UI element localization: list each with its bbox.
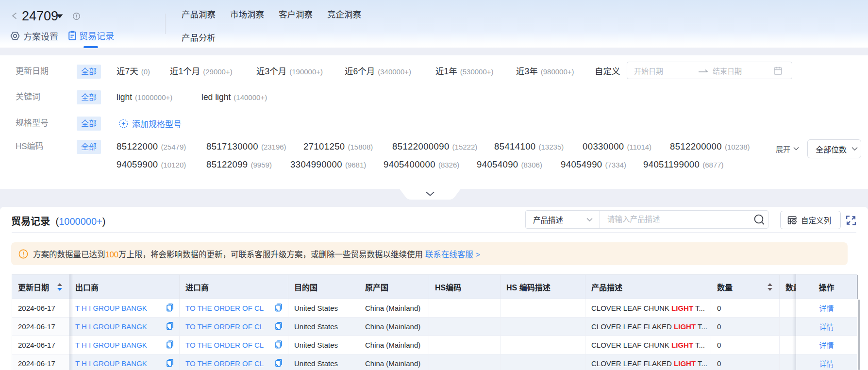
date-start-placeholder[interactable]: 开始日期 — [634, 66, 698, 76]
nav-item-3[interactable]: 竞企洞察 — [327, 8, 361, 20]
filter-hs-option-3[interactable]: 85122000090(15222) — [392, 140, 477, 153]
importer-link[interactable]: TO THE ORDER OF CL — [185, 304, 264, 312]
fixed-left-shadow — [69, 274, 73, 370]
filter-hs-all-chip[interactable]: 全部 — [77, 140, 101, 154]
nav-item-2[interactable]: 客户洞察 — [279, 8, 313, 20]
sort-icon[interactable] — [57, 283, 62, 291]
filter-date-option-2[interactable]: 近3个月(190000+) — [256, 65, 323, 78]
filter-spec-all-chip[interactable]: 全部 — [77, 117, 101, 131]
detail-link[interactable]: 详情 — [819, 321, 834, 332]
table-row-1: 2024-06-17T H I GROUP BANGKTO THE ORDER … — [12, 318, 857, 336]
copy-icon[interactable] — [167, 340, 173, 350]
cell-exporter[interactable]: T H I GROUP BANGK — [69, 299, 180, 317]
importer-link[interactable]: TO THE ORDER OF CL — [185, 359, 264, 368]
filter-hs-option2-2[interactable]: 3304990000(9681) — [290, 158, 366, 171]
detail-link[interactable]: 详情 — [819, 340, 834, 350]
warning-icon — [18, 249, 28, 259]
cell-hs — [429, 318, 501, 336]
filter-date-option-4[interactable]: 近1年(530000+) — [435, 65, 494, 78]
filter-hs-option2-1[interactable]: 85122099(9959) — [206, 158, 272, 171]
copy-icon[interactable] — [275, 322, 282, 332]
date-end-placeholder[interactable]: 结束日期 — [713, 66, 774, 76]
copy-icon[interactable] — [167, 359, 173, 369]
customize-columns-button[interactable]: 自定义列 — [780, 211, 841, 229]
importer-link[interactable]: TO THE ORDER OF CL — [185, 322, 264, 331]
cell-exporter[interactable]: T H I GROUP BANGK — [69, 318, 180, 336]
filter-date-custom[interactable]: 自定义 — [595, 65, 620, 78]
col-header-7: 产品描述 — [585, 275, 711, 299]
filter-hs-option-6[interactable]: 8512200000(10238) — [670, 140, 750, 153]
exporter-link[interactable]: T H I GROUP BANGK — [75, 304, 147, 312]
search-icon[interactable] — [752, 213, 765, 226]
filter-date-option-3[interactable]: 近6个月(340000+) — [345, 65, 411, 78]
filter-keyword-option-0[interactable]: light(1000000+) — [117, 91, 172, 103]
cell-hs-desc — [501, 336, 585, 354]
search-field-select[interactable]: 产品描述 — [526, 211, 600, 228]
filter-hs-option2-0[interactable]: 94059900(10120) — [117, 158, 186, 171]
detail-link[interactable]: 详情 — [819, 303, 834, 313]
cell-exporter[interactable]: T H I GROUP BANGK — [69, 354, 180, 370]
filter-hs-option2-4[interactable]: 94054090(8306) — [477, 158, 542, 171]
back-icon[interactable] — [12, 12, 17, 19]
filter-keyword-all-chip[interactable]: 全部 — [77, 90, 101, 104]
copy-icon[interactable] — [275, 303, 282, 313]
plus-circle-icon — [119, 119, 128, 128]
filter-hs-option-5[interactable]: 00330000(11014) — [583, 140, 651, 153]
hs-digits-select[interactable]: 全部位数 — [807, 139, 861, 158]
filter-hs-option-text: 85122000 — [117, 141, 158, 151]
exporter-link[interactable]: T H I GROUP BANGK — [75, 322, 147, 331]
cell-importer[interactable]: TO THE ORDER OF CL — [180, 336, 288, 354]
records-title: 贸易记录 — [11, 216, 50, 227]
filter-hs-option-1[interactable]: 8517130000(23196) — [206, 140, 286, 153]
hs-expand-toggle[interactable]: 展开 — [776, 142, 799, 155]
filter-hs-option2-5[interactable]: 94054990(7334) — [561, 158, 626, 171]
filter-hs-option2-3[interactable]: 9405400000(8326) — [384, 158, 459, 171]
copy-icon[interactable] — [275, 359, 282, 369]
importer-link[interactable]: TO THE ORDER OF CL — [185, 341, 264, 349]
detail-link[interactable]: 详情 — [819, 358, 834, 369]
filter-hs-option2-count: (8306) — [521, 161, 542, 169]
filter-hs-option2-6[interactable]: 94051199000(6877) — [643, 158, 724, 171]
add-spec-button[interactable]: 添加规格型号 — [119, 117, 182, 130]
nav-item-0[interactable]: 产品洞察 — [182, 8, 216, 20]
copy-icon[interactable] — [275, 340, 282, 350]
copy-icon[interactable] — [167, 322, 173, 332]
exporter-link[interactable]: T H I GROUP BANGK — [75, 341, 147, 349]
cell-exporter[interactable]: T H I GROUP BANGK — [69, 336, 180, 354]
nav-item-product-analysis[interactable]: 产品分析 — [182, 31, 216, 43]
col-header-label: 出口商 — [75, 281, 99, 293]
tab-plan-settings[interactable]: 方案设置 — [10, 30, 58, 42]
scrollbar-thumb[interactable] — [858, 300, 860, 370]
sort-icon[interactable] — [768, 283, 772, 291]
filter-date-option-5[interactable]: 近3年(980000+) — [516, 65, 574, 78]
filter-keyword-option-1[interactable]: led light(140000+) — [201, 91, 267, 103]
caret-down-icon[interactable] — [56, 14, 63, 18]
date-range-picker[interactable]: 开始日期 结束日期 — [627, 62, 792, 79]
nav-item-1[interactable]: 市场洞察 — [230, 8, 264, 20]
filter-date-all-chip[interactable]: 全部 — [77, 65, 101, 79]
filter-date-option-text: 近3个月 — [256, 67, 286, 76]
contact-support-link[interactable]: 联系在线客服 > — [425, 250, 480, 259]
info-icon[interactable] — [73, 13, 80, 20]
cell-importer[interactable]: TO THE ORDER OF CL — [180, 299, 288, 317]
filter-hs-option-0[interactable]: 85122000(25479) — [117, 140, 186, 153]
exporter-link[interactable]: T H I GROUP BANGK — [75, 359, 147, 368]
search-group: 产品描述 — [525, 210, 768, 229]
filter-date-option-1[interactable]: 近1个月(29000+) — [170, 65, 233, 78]
filter-date-option-0[interactable]: 近7天(0) — [117, 65, 150, 78]
records-count[interactable]: (1000000+) — [56, 216, 106, 227]
filter-date-option-text: 近7天 — [117, 67, 138, 76]
tab-trade-records[interactable]: 贸易记录 — [68, 30, 114, 41]
cell-importer[interactable]: TO THE ORDER OF CL — [180, 354, 288, 370]
filter-hs-option-2[interactable]: 27101250(15808) — [303, 140, 373, 153]
filter-hs-option2-count: (9959) — [251, 161, 272, 169]
cell-importer[interactable]: TO THE ORDER OF CL — [180, 318, 288, 336]
fullscreen-icon[interactable] — [846, 216, 856, 225]
search-input[interactable] — [600, 211, 752, 228]
filter-hs-option2-text: 94054090 — [477, 159, 518, 169]
copy-icon[interactable] — [167, 303, 173, 313]
filter-collapse-button[interactable] — [398, 189, 463, 202]
filter-keyword-option-count: (1000000+) — [135, 93, 172, 101]
filter-hs-option-4[interactable]: 85414100(13235) — [494, 140, 564, 153]
col-header-5: HS编码 — [429, 275, 501, 299]
